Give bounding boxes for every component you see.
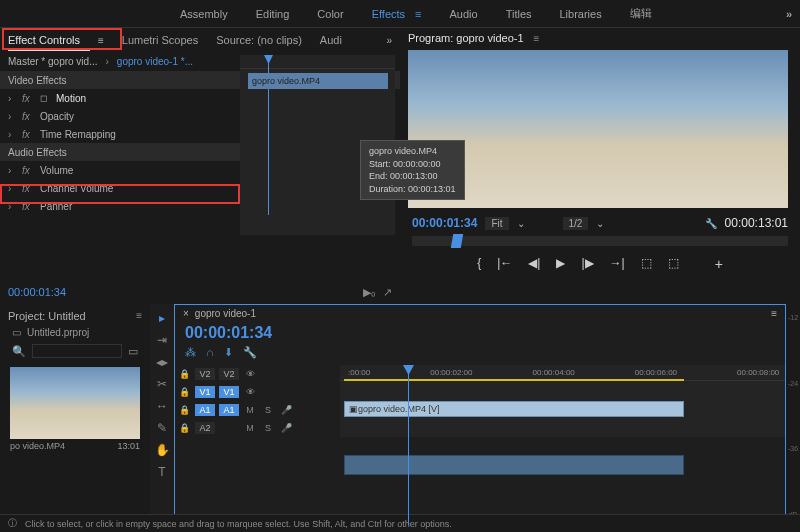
expand-icon[interactable]: › (8, 129, 16, 140)
timeline-playhead[interactable] (408, 365, 409, 525)
expand-icon[interactable]: › (8, 111, 16, 122)
clip-name[interactable]: gopro video-1 *... (117, 56, 193, 67)
eye-icon[interactable]: 👁 (243, 387, 257, 397)
program-monitor[interactable] (408, 50, 788, 208)
settings-icon[interactable]: 🔧 (705, 218, 717, 229)
record-icon[interactable]: 🎤 (279, 405, 293, 415)
workspace-menu-icon[interactable]: ≡ (415, 8, 421, 20)
lock-icon[interactable]: 🔒 (179, 387, 191, 397)
panel-menu-icon[interactable]: ≡ (136, 310, 142, 322)
search-icon[interactable]: 🔍 (12, 345, 26, 358)
media-thumbnail[interactable]: po video.MP4 13:01 (10, 367, 140, 453)
eye-icon[interactable]: 👁 (243, 369, 257, 379)
track-v2-source[interactable]: V2 (195, 368, 215, 380)
thumbnail-image (10, 367, 140, 439)
track-select-tool[interactable]: ⇥ (154, 332, 170, 348)
mini-clip[interactable]: gopro video.MP4 (248, 73, 388, 89)
go-to-in-icon[interactable]: |← (497, 256, 512, 272)
tab-color[interactable]: Color (317, 8, 343, 20)
lift-icon[interactable]: ⬚ (641, 256, 652, 272)
search-input[interactable] (32, 344, 122, 358)
solo-button[interactable]: S (261, 423, 275, 433)
fx-icon[interactable]: fx (22, 93, 34, 104)
resolution-select[interactable]: 1/2 (563, 217, 589, 230)
lock-icon[interactable]: 🔒 (179, 423, 191, 433)
tab-audio-panel[interactable]: Audi (320, 34, 342, 46)
info-icon: ⓘ (8, 517, 17, 530)
export-frame-icon[interactable]: ⬚ (668, 256, 679, 272)
type-tool[interactable]: T (154, 464, 170, 480)
program-scrubber[interactable] (412, 236, 788, 246)
list-view-icon[interactable]: ▭ (128, 345, 138, 358)
scrubber-thumb[interactable] (451, 234, 463, 248)
sequence-tab[interactable]: gopro video-1 (195, 308, 256, 319)
expand-icon[interactable]: › (8, 93, 16, 104)
razor-tool[interactable]: ✂ (154, 376, 170, 392)
fx-icon[interactable]: fx (22, 165, 34, 176)
selection-tool[interactable]: ▸ (154, 310, 170, 326)
chevron-down-icon[interactable]: ⌄ (517, 218, 525, 229)
solo-button[interactable]: S (261, 405, 275, 415)
audio-meter: -12 -24 -36 dB (786, 304, 800, 528)
track-a1[interactable]: A1 (219, 404, 239, 416)
track-a2[interactable]: A2 (195, 422, 215, 434)
track-v2[interactable]: V2 (219, 368, 239, 380)
snap-icon[interactable]: ⁂ (185, 346, 196, 359)
pen-tool[interactable]: ✎ (154, 420, 170, 436)
button-editor-icon[interactable]: + (715, 256, 723, 272)
panel-menu-icon[interactable]: ≡ (534, 33, 540, 44)
tab-edit-cn[interactable]: 编辑 (630, 6, 652, 21)
tab-effects[interactable]: Effects (372, 8, 405, 20)
tab-audio[interactable]: Audio (449, 8, 477, 20)
track-v1[interactable]: V1 (219, 386, 239, 398)
tab-libraries[interactable]: Libraries (560, 8, 602, 20)
panel-menu-icon[interactable]: ≡ (771, 308, 777, 319)
lock-icon[interactable]: 🔒 (179, 405, 191, 415)
play-icon[interactable]: ▶ (556, 256, 565, 272)
tab-editing[interactable]: Editing (256, 8, 290, 20)
play-only-icon[interactable]: ▶₀ (363, 286, 375, 299)
program-timecode[interactable]: 00:00:01:34 (412, 216, 477, 230)
record-icon[interactable]: 🎤 (279, 423, 293, 433)
zoom-select[interactable]: Fit (485, 217, 508, 230)
lock-icon[interactable]: 🔒 (179, 369, 191, 379)
tab-project[interactable]: Project: Untitled (8, 310, 86, 322)
overflow-icon[interactable]: » (786, 8, 792, 20)
track-v1-source[interactable]: V1 (195, 386, 215, 398)
ripple-edit-tool[interactable]: ◂▸ (154, 354, 170, 370)
fx-icon[interactable]: fx (22, 129, 34, 140)
step-forward-icon[interactable]: |▶ (581, 256, 593, 272)
tab-assembly[interactable]: Assembly (180, 8, 228, 20)
marker-icon[interactable]: ⬇ (224, 346, 233, 359)
video-clip[interactable]: ▣ gopro video.MP4 [V] (344, 401, 684, 417)
mute-button[interactable]: M (243, 423, 257, 433)
tab-program[interactable]: Program: gopro video-1 (408, 32, 524, 44)
export-icon[interactable]: ↗ (383, 286, 392, 299)
timeline-timecode[interactable]: 00:00:01:34 (175, 322, 785, 344)
mark-in-icon[interactable]: { (477, 256, 481, 272)
expand-icon[interactable]: › (8, 165, 16, 176)
mute-button[interactable]: M (243, 405, 257, 415)
tab-lumetri-scopes[interactable]: Lumetri Scopes (122, 34, 198, 46)
panel-overflow-icon[interactable]: » (386, 35, 392, 46)
track-a1-source[interactable]: A1 (195, 404, 215, 416)
program-duration: 00:00:13:01 (725, 216, 788, 230)
thumbnail-duration: 13:01 (117, 441, 140, 451)
chevron-down-icon[interactable]: ⌄ (596, 218, 604, 229)
tab-source[interactable]: Source: (no clips) (216, 34, 302, 46)
go-to-out-icon[interactable]: →| (610, 256, 625, 272)
work-area-bar[interactable] (344, 379, 684, 381)
audio-effects-label: Audio Effects (8, 147, 67, 158)
linked-selection-icon[interactable]: ∩ (206, 346, 214, 359)
transform-icon[interactable]: ◻ (40, 93, 50, 103)
tab-titles[interactable]: Titles (506, 8, 532, 20)
step-back-icon[interactable]: ◀| (528, 256, 540, 272)
settings-icon[interactable]: 🔧 (243, 346, 257, 359)
chevron-right-icon: › (105, 56, 108, 67)
close-icon[interactable]: × (183, 308, 189, 319)
hand-tool[interactable]: ✋ (154, 442, 170, 458)
audio-clip[interactable] (344, 455, 684, 475)
fx-icon[interactable]: fx (22, 111, 34, 122)
slip-tool[interactable]: ↔ (154, 398, 170, 414)
source-timecode[interactable]: 00:00:01:34 (8, 286, 66, 298)
